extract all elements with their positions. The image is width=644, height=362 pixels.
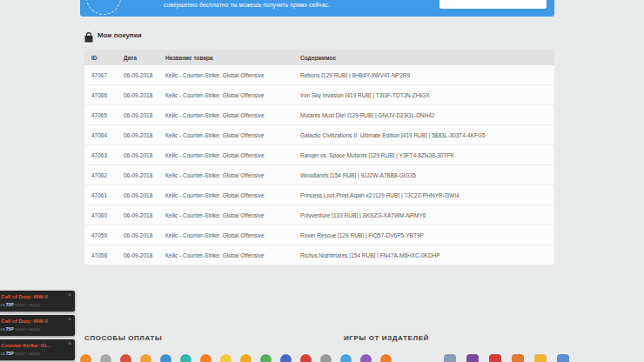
publisher-icon [489,354,501,362]
cell-date: 06-09-2018 [124,172,165,178]
table-row: 47059 06-09-2018 Кейс - Counter-Strike: … [84,225,554,245]
cell-content: Ranger vs. Space Mutants [129 RUB] | Y3F… [300,152,554,158]
toast-subtitle: плено за 75Р минут назад [0,351,40,356]
cell-id: 47066 [84,92,124,98]
payments-heading: СПОСОБЫ ОПЛАТЫ [84,334,162,342]
cell-date: 06-09-2018 [124,192,165,198]
cell-id: 47064 [84,132,124,138]
payment-icon [380,354,392,362]
toast-sub-text: плено за [0,326,4,332]
cell-product: Кейс - Counter-Strike: Global Offensive [165,172,300,178]
cell-id: 47059 [84,232,124,238]
header-cell-date: Дата [124,55,165,61]
header-cell-content: Содержимое [300,55,554,61]
cell-product: Кейс - Counter-Strike: Global Offensive [165,212,300,218]
cell-content: Galactic Civilizations II: Ultimate Edit… [300,132,554,138]
cell-product: Кейс - Counter-Strike: Global Offensive [165,252,300,258]
table-row: 47064 06-09-2018 Кейс - Counter-Strike: … [84,125,554,145]
toast-price: 75Р [6,351,14,356]
page-title: Мои покупки [97,31,142,39]
close-icon[interactable]: × [68,340,71,347]
cell-product: Кейс - Counter-Strike: Global Offensive [165,152,300,158]
toast-price: 75Р [6,326,14,332]
purchases-table: ID Дата Название товара Содержимое 47067… [84,50,554,265]
purchase-toast: нов - Call of Duty: WW II плено за 75Р м… [0,315,75,336]
cell-id: 47061 [84,192,124,198]
cell-id: 47067 [84,72,124,78]
toast-time: минут назад [15,302,40,307]
toast-subtitle: плено за 75Р минут назад [0,302,40,307]
cell-content: Iron Sky Invasion [419 RUB] | T3I3F-TDTJ… [300,92,554,98]
cell-product: Кейс - Counter-Strike: Global Offensive [165,92,300,98]
payment-icon [140,354,151,362]
cell-content: Rebons [129 RUB] | 8HB6Y-9WV4T-NP2R9 [300,72,554,78]
toast-title: нов - Counter-Strike: Gl... [0,343,50,348]
toast-time: минут назад [15,351,40,356]
toast-sub-text: плено за [0,302,4,307]
payment-icon [180,354,191,362]
publisher-icon [512,354,524,362]
payment-icons-row [80,354,392,362]
table-row: 47061 06-09-2018 Кейс - Counter-Strike: … [84,185,554,205]
payment-icon [80,354,91,362]
cell-id: 47062 [84,172,124,178]
cell-id: 47063 [84,152,124,158]
payment-icon [240,354,252,362]
toast-title: нов - Call of Duty: WW II [0,294,48,299]
cell-product: Кейс - Counter-Strike: Global Offensive [165,112,300,118]
shopping-bag-icon [84,30,93,41]
table-row: 47060 06-09-2018 Кейс - Counter-Strike: … [84,205,554,225]
toast-title: нов - Call of Duty: WW II [0,318,48,324]
payment-icon [280,354,292,362]
table-header: ID Дата Название товара Содержимое [84,50,554,65]
cell-date: 06-09-2018 [124,92,165,98]
purchase-toast: нов - Counter-Strike: Gl... плено за 75Р… [0,339,75,360]
cell-date: 06-09-2018 [124,132,165,138]
table-body: 47067 06-09-2018 Кейс - Counter-Strike: … [84,65,554,265]
toast-price: 75Р [6,302,14,307]
close-icon[interactable]: × [68,316,71,323]
header-cell-product: Название товара [165,55,300,61]
promo-button[interactable] [439,0,547,9]
payment-icon [340,354,352,362]
table-row: 47058 06-09-2018 Кейс - Counter-Strike: … [84,245,554,265]
table-row: 47065 06-09-2018 Кейс - Counter-Strike: … [84,105,554,125]
cell-content: Mutants Must Die! [129 RUB] | GNIJV-D23Q… [300,112,554,118]
cell-date: 06-09-2018 [124,112,165,118]
toast-sub-text: плено за [0,351,4,356]
publisher-icon [557,354,569,362]
cell-content: Richys Nightmares [154 RUB] | FN47A-M6HX… [300,252,554,258]
cell-date: 06-09-2018 [124,152,165,158]
cell-date: 06-09-2018 [124,232,165,238]
toast-stack: нов - Call of Duty: WW II плено за 75Р м… [0,291,75,360]
payment-icon [360,354,372,362]
cell-id: 47060 [84,212,124,218]
cell-product: Кейс - Counter-Strike: Global Offensive [165,72,300,78]
table-row: 47062 06-09-2018 Кейс - Counter-Strike: … [84,165,554,185]
promo-banner: совершенно бесплатно ты можешь получить … [80,0,554,17]
payment-icon [100,354,111,362]
payment-icon [320,354,332,362]
toast-time: минут назад [15,326,40,332]
promo-banner-text: совершенно бесплатно ты можешь получить … [164,2,330,8]
table-row: 47066 06-09-2018 Кейс - Counter-Strike: … [84,85,554,105]
payment-icon [160,354,171,362]
cell-date: 06-09-2018 [124,72,165,78]
payment-icon [220,354,231,362]
payment-icon [300,354,312,362]
publisher-icon [466,354,479,362]
close-icon[interactable]: × [68,292,71,298]
publisher-icon [534,354,547,362]
promo-badge-icon [86,0,121,15]
cell-product: Кейс - Counter-Strike: Global Offensive [165,232,300,238]
table-row: 47063 06-09-2018 Кейс - Counter-Strike: … [84,145,554,165]
purchase-toast: нов - Call of Duty: WW II плено за 75Р м… [0,291,75,312]
cell-content: Princess.Loot.Pixel.Again x2 [129 RUB] |… [300,192,554,198]
cell-date: 06-09-2018 [124,212,165,218]
cell-id: 47058 [84,252,124,258]
publishers-heading: ИГРЫ ОТ ИЗДАТЕЛЕЙ [344,334,429,342]
cell-product: Кейс - Counter-Strike: Global Offensive [165,132,300,138]
toast-subtitle: плено за 75Р минут назад [0,326,40,332]
cell-date: 06-09-2018 [124,252,165,258]
payment-icon [200,354,211,362]
